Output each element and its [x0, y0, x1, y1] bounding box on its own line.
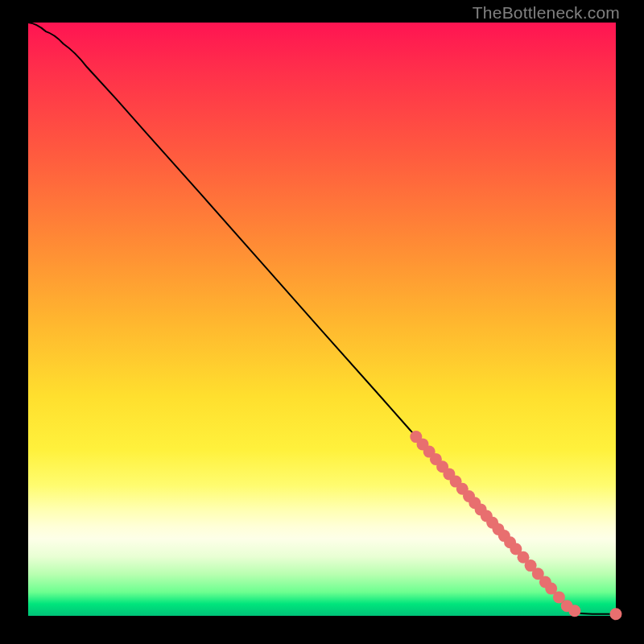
- chart-container: TheBottleneck.com: [0, 0, 644, 644]
- watermark-text: TheBottleneck.com: [473, 3, 620, 23]
- plot-background-gradient: [28, 23, 616, 616]
